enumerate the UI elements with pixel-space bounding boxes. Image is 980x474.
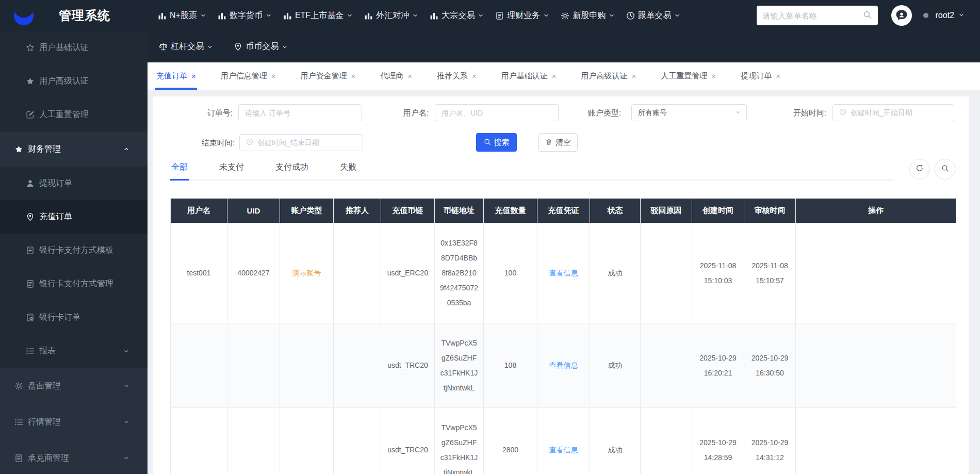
column-header: 推荐人 xyxy=(334,199,381,223)
close-icon[interactable]: × xyxy=(407,72,412,80)
tab[interactable]: 用户信息管理× xyxy=(221,62,276,90)
close-icon[interactable]: × xyxy=(632,72,636,80)
tab[interactable]: 提现订单× xyxy=(741,62,780,90)
tab-label: 提现订单 xyxy=(741,71,772,81)
presence-dot xyxy=(923,13,928,18)
close-icon[interactable]: × xyxy=(552,72,557,80)
close-icon[interactable]: × xyxy=(351,72,356,80)
tab[interactable]: 代理商× xyxy=(380,62,412,90)
tab[interactable]: 用户高级认证× xyxy=(581,62,636,90)
status-tab[interactable]: 全部 xyxy=(170,162,189,181)
tab[interactable]: 推荐关系× xyxy=(437,62,477,90)
top-menu-item-label: 外汇对冲 xyxy=(376,10,409,21)
sidebar-item[interactable]: 报表 xyxy=(0,334,148,368)
sidebar-item[interactable]: 银行卡支付方式模板 xyxy=(0,234,148,267)
sidebar-item[interactable]: 承兑商管理 xyxy=(0,440,148,474)
tab[interactable]: 用户基础认证× xyxy=(501,62,557,90)
chevron-down-icon xyxy=(735,109,741,116)
table-cell: 成功 xyxy=(590,323,641,408)
top-menu-item-label: 大宗交易 xyxy=(442,10,475,21)
search-icon xyxy=(484,138,491,145)
column-header: UID xyxy=(227,199,280,223)
table-cell: 2025-11-08 15:10:57 xyxy=(744,223,796,323)
close-icon[interactable]: × xyxy=(472,72,477,80)
username: root2 xyxy=(936,11,954,20)
chevron-down-icon xyxy=(347,12,353,19)
close-icon[interactable]: × xyxy=(191,72,196,80)
table-cell: usdt_TRC20 xyxy=(381,323,435,408)
top-menu-item[interactable]: 跟单交易 xyxy=(626,10,680,21)
end-time-input[interactable]: 创建时间_结束日期 xyxy=(239,134,363,151)
column-header: 状态 xyxy=(590,199,641,223)
sidebar-item[interactable]: 提现订单 xyxy=(0,167,148,200)
top-menu-item[interactable]: 大宗交易 xyxy=(430,10,484,21)
view-info-link[interactable]: 查看信息 xyxy=(537,323,590,408)
table-cell: 100 xyxy=(484,223,537,323)
sidebar-item[interactable]: 盘面管理 xyxy=(0,368,148,404)
top-menu-item[interactable]: 外汇对冲 xyxy=(364,10,418,21)
refresh-button[interactable] xyxy=(909,159,930,179)
balance-icon xyxy=(159,42,168,51)
menu-search-input[interactable] xyxy=(763,11,863,20)
sidebar-item[interactable]: 用户基础认证 xyxy=(0,31,148,64)
table-cell: 成功 xyxy=(590,223,641,323)
clear-button[interactable]: 清空 xyxy=(538,133,578,152)
search-icon xyxy=(941,165,949,172)
top-menu-item[interactable]: 杠杆交易 xyxy=(159,41,213,52)
tab[interactable]: 用户资金管理× xyxy=(301,62,356,90)
table-cell xyxy=(227,323,280,408)
top-menu-item[interactable]: 新股申购 xyxy=(561,10,615,21)
sidebar-item[interactable]: 充值订单 xyxy=(0,200,148,234)
account-type-select[interactable]: 所有账号 xyxy=(631,104,747,121)
top-menu-item-label: 币币交易 xyxy=(246,41,279,52)
view-info-link[interactable]: 查看信息 xyxy=(537,408,590,474)
tab-label: 用户资金管理 xyxy=(301,71,347,81)
close-icon[interactable]: × xyxy=(271,72,276,80)
top-menu-item-label: N+股票 xyxy=(170,10,197,21)
top-menu-item-label: 跟单交易 xyxy=(638,10,671,21)
edit-square-icon xyxy=(26,110,35,119)
column-header: 充值凭证 xyxy=(537,199,590,223)
start-time-input[interactable]: 创建时间_开始日期 xyxy=(832,104,954,121)
chevron-down-icon xyxy=(282,44,288,50)
top-menu-item[interactable]: ETF上市基金 xyxy=(283,10,353,21)
clock-icon xyxy=(839,108,846,116)
menu-search[interactable] xyxy=(757,6,878,25)
chevron-down-icon xyxy=(123,455,129,461)
sidebar-item[interactable]: 银行卡支付方式管理 xyxy=(0,267,148,301)
sidebar-item[interactable]: 财务管理 xyxy=(0,132,148,167)
user-menu[interactable]: root2 xyxy=(936,11,965,20)
close-icon[interactable]: × xyxy=(711,72,716,80)
tab[interactable]: 人工重置管理× xyxy=(661,62,716,90)
top-menu-item[interactable]: 币币交易 xyxy=(234,41,288,52)
column-header: 审核时间 xyxy=(744,199,796,223)
table-cell: 40002427 xyxy=(227,223,280,323)
tab[interactable]: 充值订单× xyxy=(156,62,196,90)
support-avatar[interactable] xyxy=(891,5,912,26)
sidebar-item[interactable]: 人工重置管理 xyxy=(0,98,148,132)
top-menu-item[interactable]: N+股票 xyxy=(158,10,206,21)
search-button[interactable]: 搜索 xyxy=(476,133,517,152)
start-time-placeholder: 创建时间_开始日期 xyxy=(851,108,912,118)
top-menu-item-label: 新股申购 xyxy=(573,10,606,21)
top-menu-item[interactable]: 理财业务 xyxy=(495,10,549,21)
view-info-link[interactable]: 查看信息 xyxy=(537,223,590,323)
recharge-orders-table: 用户名UID账户类型推荐人充值币链币链地址充值数量充值凭证状态驳回原因创建时间审… xyxy=(170,198,956,474)
search-icon xyxy=(863,10,872,19)
status-tab[interactable]: 未支付 xyxy=(218,162,245,181)
magnifier-button[interactable] xyxy=(935,159,955,179)
sidebar-item[interactable]: 银行卡订单 xyxy=(0,301,148,334)
table-cell: 演示账号 xyxy=(280,223,334,323)
status-tab[interactable]: 失败 xyxy=(339,162,357,181)
top-menu-item[interactable]: 数字货币 xyxy=(218,10,272,21)
table-cell: 2025-10-29 16:30:50 xyxy=(744,323,796,408)
table-cell xyxy=(227,408,280,474)
sidebar-item[interactable]: 行情管理 xyxy=(0,404,148,440)
close-icon[interactable]: × xyxy=(776,72,780,80)
status-tab[interactable]: 支付成功 xyxy=(274,162,309,181)
order-no-input[interactable] xyxy=(238,104,362,121)
sidebar-item[interactable]: 用户高级认证 xyxy=(0,64,148,98)
chevron-down-icon xyxy=(958,12,965,18)
top-menu: N+股票数字货币ETF上市基金外汇对冲大宗交易理财业务新股申购跟单交易 xyxy=(148,10,757,21)
app-logo-crescent-icon xyxy=(13,5,35,26)
